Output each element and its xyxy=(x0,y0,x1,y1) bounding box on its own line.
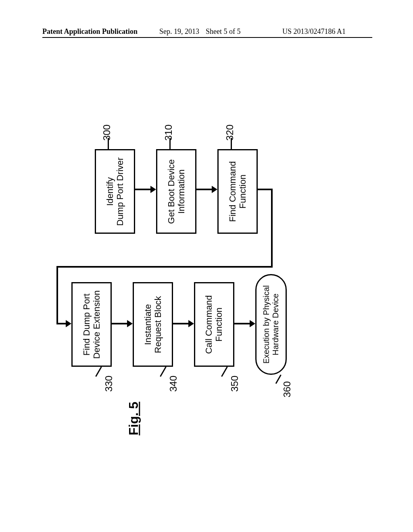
header-date: Sep. 19, 2013 xyxy=(159,27,199,36)
conn-320-c xyxy=(56,266,273,268)
ref-300: 300 xyxy=(101,125,113,141)
conn-320-d xyxy=(56,266,58,324)
ref-310: 310 xyxy=(163,125,174,141)
node-310-text: Get Boot Device Information xyxy=(166,159,187,224)
arrow-350-360 xyxy=(234,323,250,324)
header-divider xyxy=(42,37,372,38)
lead-350 xyxy=(221,366,228,377)
lead-330 xyxy=(95,366,102,377)
arrowhead-320-330 xyxy=(66,320,71,327)
lead-360 xyxy=(275,374,282,384)
lead-340 xyxy=(160,366,167,377)
node-330-box: Find Dump Port Device Extension xyxy=(71,282,112,367)
arrowhead-300-310 xyxy=(150,186,156,193)
node-330-text: Find Dump Port Device Extension xyxy=(81,290,102,359)
ref-320: 320 xyxy=(224,125,236,141)
conn-320-e xyxy=(56,323,67,324)
node-300-box: Identify Dump Port Driver xyxy=(95,149,135,234)
arrowhead-350-360 xyxy=(250,320,255,327)
page-root: Patent Application Publication Sep. 19, … xyxy=(0,0,413,532)
node-360-terminator: Execution by Physical Hardware Device xyxy=(255,274,287,375)
ref-360: 360 xyxy=(282,381,293,397)
node-350-box: Call Command Function xyxy=(194,282,234,367)
node-340-box: Instantiate Request Block xyxy=(133,282,173,367)
node-340-text: Instantiate Request Block xyxy=(143,296,163,353)
ref-340: 340 xyxy=(168,376,179,392)
arrow-330-340 xyxy=(112,323,128,324)
conn-320-a xyxy=(258,189,272,190)
arrow-310-320 xyxy=(196,189,213,190)
header-pubno: US 2013/0247186 A1 xyxy=(282,27,346,36)
node-320-text: Find Command Function xyxy=(227,161,248,222)
node-350-text: Call Command Function xyxy=(204,295,225,354)
ref-350: 350 xyxy=(229,376,240,392)
node-310-box: Get Boot Device Information xyxy=(156,149,196,234)
node-320-box: Find Command Function xyxy=(217,149,258,234)
arrowhead-310-320 xyxy=(212,186,217,193)
arrow-340-350 xyxy=(173,323,189,324)
arrowhead-330-340 xyxy=(127,320,133,327)
ref-330: 330 xyxy=(103,376,115,392)
arrowhead-340-350 xyxy=(188,320,194,327)
figure-label: Fig. 5 xyxy=(126,402,141,436)
header-publication-label: Patent Application Publication xyxy=(42,27,138,36)
node-360-text: Execution by Physical Hardware Device xyxy=(262,285,280,364)
node-300-text: Identify Dump Port Driver xyxy=(105,157,125,226)
figure-5-diagram: Identify Dump Port Driver 300 Get Boot D… xyxy=(73,93,339,423)
conn-320-b xyxy=(271,189,273,268)
arrow-300-310 xyxy=(135,189,151,190)
header-sheet: Sheet 5 of 5 xyxy=(206,27,240,36)
